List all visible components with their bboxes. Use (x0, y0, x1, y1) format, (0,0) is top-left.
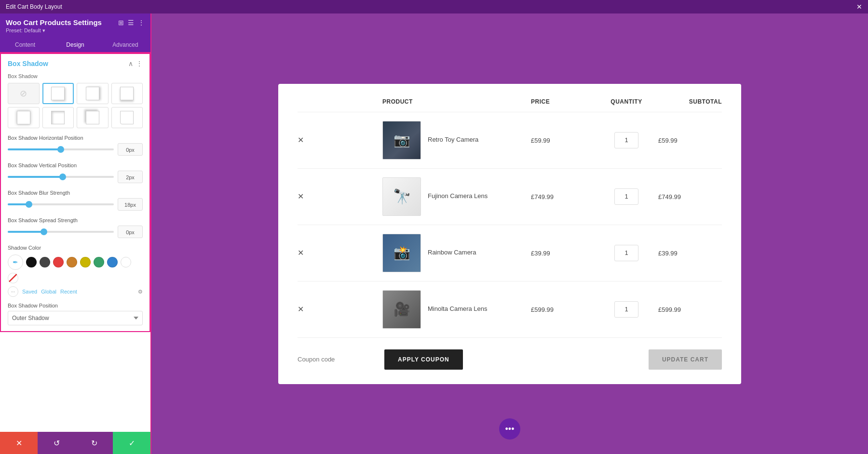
remove-item-4[interactable]: ✕ (298, 305, 304, 313)
shadow-option-right[interactable] (77, 83, 108, 104)
product-qty-4[interactable]: 1 (614, 301, 638, 318)
sidebar: Woo Cart Products Settings ⊞ ☰ ⋮ Preset:… (0, 13, 151, 454)
shadow-option-corner[interactable] (77, 107, 108, 128)
product-cell-4: Minolta Camera Lens (382, 290, 531, 329)
global-label[interactable]: Global (41, 289, 56, 294)
slider-horizontal-track[interactable] (8, 148, 114, 150)
sidebar-preset[interactable]: Preset: Default ▾ (6, 27, 145, 34)
product-name-2: Fujinon Camera Lens (428, 192, 488, 200)
section-collapse-icon[interactable]: ∧ (128, 60, 133, 67)
tab-advanced[interactable]: Advanced (100, 38, 150, 52)
save-button[interactable]: ✓ (113, 432, 150, 454)
col-qty-header: QUANTITY (595, 98, 658, 112)
title-bar-label: Edit Cart Body Layout (6, 3, 62, 10)
remove-item-1[interactable]: ✕ (298, 136, 304, 144)
slider-vertical-track[interactable] (8, 176, 114, 178)
product-price-4: £599.99 (531, 306, 554, 313)
slider-blur-track[interactable] (8, 203, 114, 205)
product-image-4 (382, 290, 421, 329)
col-sub-header: SUBTOTAL (658, 98, 722, 112)
color-swatch-red[interactable] (53, 257, 64, 267)
undo-icon: ↺ (54, 439, 60, 448)
table-row: ✕ Fujinon Camera Lens £749.99 1 £749.99 (298, 168, 722, 225)
apply-coupon-button[interactable]: APPLY COUPON (384, 349, 463, 370)
redo-button[interactable]: ↻ (75, 432, 113, 454)
tab-content[interactable]: Content (0, 38, 50, 52)
shadow-position-field: Box Shadow Position Outer Shadow Inner S… (8, 303, 143, 325)
col-product-header: PRODUCT (382, 98, 531, 112)
more-icon[interactable]: ⋮ (138, 19, 145, 27)
saved-label[interactable]: Saved (22, 289, 37, 294)
color-swatch-white[interactable] (121, 257, 131, 267)
tab-design[interactable]: Design (50, 38, 100, 53)
cart-panel: PRODUCT PRICE QUANTITY SUBTOTAL ✕ Retro (278, 84, 741, 384)
coupon-input[interactable] (298, 356, 379, 363)
col-price-header: PRICE (531, 98, 595, 112)
remove-item-2[interactable]: ✕ (298, 192, 304, 200)
main-content: PRODUCT PRICE QUANTITY SUBTOTAL ✕ Retro (151, 13, 868, 454)
section-header: Box Shadow ∧ ⋮ (8, 60, 143, 67)
shadow-option-basic[interactable] (42, 83, 74, 104)
section-controls: ∧ ⋮ (128, 60, 143, 67)
slider-spread-value[interactable]: 0px (118, 226, 143, 238)
shadow-position-label: Box Shadow Position (8, 303, 143, 308)
more-colors-button[interactable]: ··· (8, 286, 18, 297)
slider-vertical-label: Box Shadow Vertical Position (8, 162, 143, 168)
product-price-2: £749.99 (531, 193, 554, 200)
box-shadow-section: Box Shadow ∧ ⋮ Box Shadow ⊘ (0, 53, 150, 332)
section-menu-icon[interactable]: ⋮ (136, 60, 143, 67)
slider-vertical-value[interactable]: 2px (118, 171, 143, 183)
product-qty-1[interactable]: 1 (614, 132, 638, 148)
float-dots-button[interactable]: ••• (499, 418, 520, 440)
slider-horizontal-value[interactable]: 0px (118, 143, 143, 156)
title-bar: Edit Cart Body Layout ✕ (0, 0, 868, 13)
slider-spread-label: Box Shadow Spread Strength (8, 217, 143, 223)
shadow-option-custom[interactable] (111, 107, 143, 128)
shadow-preview-corner (86, 111, 99, 124)
product-cell-3: Rainbow Camera (382, 234, 531, 272)
slider-horizontal-label: Box Shadow Horizontal Position (8, 135, 143, 141)
color-swatch-yellow[interactable] (80, 257, 91, 267)
columns-icon[interactable]: ☰ (128, 19, 134, 27)
close-icon[interactable]: ✕ (856, 3, 862, 11)
update-cart-button[interactable]: UPDATE CART (649, 349, 722, 370)
product-price-1: £59.99 (531, 137, 550, 144)
color-swatch-orange[interactable] (67, 257, 77, 267)
color-picker-button[interactable]: ✒ (8, 254, 23, 270)
product-price-3: £39.99 (531, 250, 550, 257)
remove-item-3[interactable]: ✕ (298, 249, 304, 257)
shadow-option-inset[interactable] (42, 107, 74, 128)
slider-blur-value[interactable]: 18px (118, 198, 143, 211)
slider-spread: Box Shadow Spread Strength 0px (8, 217, 143, 238)
sidebar-tabs: Content Design Advanced (0, 38, 150, 53)
color-swatch-black[interactable] (26, 257, 37, 267)
product-qty-2[interactable]: 1 (614, 188, 638, 205)
gear-icon[interactable]: ⚙ (138, 289, 143, 295)
undo-button[interactable]: ↺ (38, 432, 75, 454)
color-swatch-green[interactable] (94, 257, 104, 267)
product-cell-1: Retro Toy Camera (382, 121, 531, 160)
product-subtotal-2: £749.99 (658, 193, 681, 200)
slider-blur: Box Shadow Blur Strength 18px (8, 190, 143, 211)
product-subtotal-1: £59.99 (658, 137, 678, 144)
color-swatch-eraser[interactable] (8, 273, 18, 283)
sidebar-header: Woo Cart Products Settings ⊞ ☰ ⋮ Preset:… (0, 13, 150, 38)
shadow-option-all[interactable] (8, 107, 40, 128)
product-qty-3[interactable]: 1 (614, 245, 638, 261)
shadow-position-select[interactable]: Outer Shadow Inner Shadow (8, 311, 143, 325)
discard-button[interactable]: ✕ (0, 432, 38, 454)
slider-spread-track[interactable] (8, 231, 114, 233)
layout-icon[interactable]: ⊞ (118, 19, 124, 27)
recent-label[interactable]: Recent (60, 289, 77, 294)
sidebar-title: Woo Cart Products Settings (6, 18, 102, 27)
eyedropper-icon: ✒ (13, 258, 18, 266)
color-swatch-blue[interactable] (107, 257, 118, 267)
shadow-option-bottom[interactable] (111, 83, 143, 104)
product-name-4: Minolta Camera Lens (428, 305, 488, 313)
shadow-option-none[interactable]: ⊘ (8, 83, 40, 104)
shadow-style-grid: ⊘ (8, 83, 143, 128)
sidebar-header-icons: ⊞ ☰ ⋮ (118, 19, 145, 27)
color-swatch-darkgray[interactable] (40, 257, 50, 267)
product-image-2 (382, 177, 421, 216)
table-row: ✕ Minolta Camera Lens £599.99 1 £599.99 (298, 281, 722, 337)
